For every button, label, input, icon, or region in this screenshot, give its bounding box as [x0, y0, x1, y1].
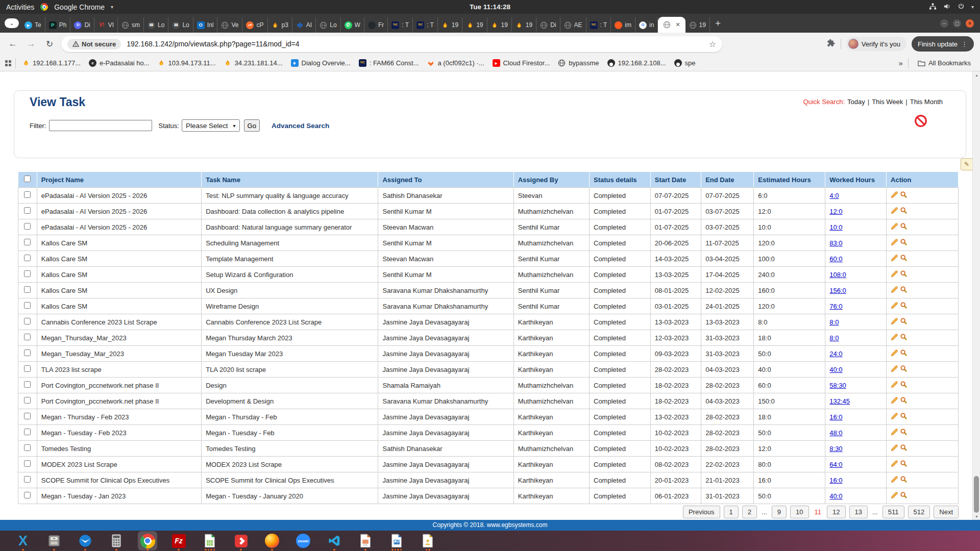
- quick-search-option[interactable]: Today: [847, 98, 865, 106]
- pagination-next-button[interactable]: Next: [934, 506, 959, 518]
- worked-hours-link[interactable]: 40:0: [829, 492, 842, 500]
- worked-hours-link[interactable]: 83:0: [829, 239, 842, 247]
- apps-grid-icon[interactable]: [5, 60, 11, 66]
- row-checkbox[interactable]: [24, 334, 31, 340]
- pagination-page-button[interactable]: 2: [742, 506, 757, 518]
- window-maximize-button[interactable]: ▢: [953, 19, 961, 28]
- edit-task-icon[interactable]: [891, 286, 898, 295]
- forward-button[interactable]: →: [24, 37, 38, 51]
- new-tab-button[interactable]: +: [710, 18, 726, 29]
- worked-hours-link[interactable]: 40:0: [829, 366, 842, 373]
- edit-task-icon[interactable]: [891, 333, 898, 342]
- url-text[interactable]: 192.168.1.242/pmo/viewtask.php?page=11&m…: [127, 40, 708, 48]
- profile-chip[interactable]: Verify it's you: [846, 37, 906, 51]
- tab[interactable]: 19: [438, 17, 462, 33]
- view-task-icon[interactable]: [900, 396, 908, 406]
- code-x-app-launcher[interactable]: X: [13, 531, 33, 550]
- row-checkbox[interactable]: [24, 444, 31, 451]
- scroll-down-arrow[interactable]: ▼: [973, 513, 980, 520]
- row-checkbox[interactable]: [24, 460, 31, 467]
- worked-hours-link[interactable]: 64:0: [829, 461, 842, 468]
- thunderbird-launcher[interactable]: [76, 531, 95, 550]
- row-checkbox[interactable]: [24, 302, 31, 309]
- view-task-icon[interactable]: [900, 460, 908, 469]
- status-select[interactable]: Please Select ▾: [182, 119, 240, 132]
- edit-task-icon[interactable]: [891, 428, 898, 437]
- tab[interactable]: Fr: [364, 17, 388, 33]
- bookmark-item[interactable]: TKC: FAM66 Const...: [355, 58, 423, 68]
- tab[interactable]: OInl: [193, 17, 218, 33]
- tab[interactable]: TKC: T: [388, 17, 413, 33]
- pagination-page-button[interactable]: 1: [724, 506, 739, 518]
- bookmark-item[interactable]: bypassme: [554, 58, 603, 68]
- worked-hours-link[interactable]: 108:0: [829, 271, 846, 279]
- row-checkbox[interactable]: [24, 239, 31, 245]
- zoom-launcher[interactable]: zoom: [293, 531, 313, 550]
- view-task-icon[interactable]: [900, 302, 908, 311]
- tab[interactable]: ✆W: [341, 17, 364, 33]
- bookmark-item[interactable]: ee-Padasalai ho...: [85, 58, 154, 68]
- filter-input[interactable]: [49, 120, 152, 131]
- view-task-icon[interactable]: [900, 444, 908, 453]
- view-task-icon[interactable]: [900, 365, 908, 374]
- edit-task-icon[interactable]: [891, 302, 898, 311]
- row-checkbox[interactable]: [24, 255, 31, 261]
- file-manager-launcher[interactable]: [44, 531, 64, 550]
- reload-button[interactable]: ↻: [43, 37, 56, 51]
- libreoffice-writer-launcher[interactable]: [387, 531, 406, 550]
- bookmark-item[interactable]: a (0cf092c1) ·...: [423, 58, 488, 68]
- pagination-page-button[interactable]: 10: [790, 506, 808, 518]
- view-task-icon[interactable]: [900, 349, 908, 358]
- pagination-page-button[interactable]: 512: [908, 506, 930, 518]
- tab[interactable]: 19: [685, 17, 710, 33]
- red-diamond-app-launcher[interactable]: [231, 531, 251, 550]
- worked-hours-link[interactable]: 8:30: [829, 445, 842, 453]
- tab[interactable]: DDi: [70, 17, 94, 33]
- edit-task-icon[interactable]: [891, 381, 898, 390]
- edit-task-icon[interactable]: [891, 270, 898, 279]
- tab[interactable]: Lo: [316, 17, 340, 33]
- libreoffice-draw-launcher[interactable]: [418, 531, 437, 550]
- row-checkbox[interactable]: [24, 207, 31, 214]
- kebab-menu-icon[interactable]: ⋮: [961, 40, 968, 48]
- view-task-icon[interactable]: [900, 207, 908, 216]
- filezilla-launcher[interactable]: Fz: [169, 531, 188, 550]
- worked-hours-link[interactable]: 60:0: [829, 255, 842, 263]
- tab[interactable]: AI: [292, 17, 316, 33]
- activities-button[interactable]: Activities: [6, 3, 34, 11]
- view-task-icon[interactable]: [900, 286, 908, 295]
- bookmark-item[interactable]: Dialog Overvie...: [287, 58, 355, 68]
- row-checkbox[interactable]: [24, 270, 31, 277]
- edit-task-icon[interactable]: [891, 444, 898, 453]
- row-checkbox[interactable]: [24, 397, 31, 404]
- pagination-page-button[interactable]: 13: [849, 506, 868, 518]
- view-task-icon[interactable]: [900, 270, 908, 279]
- scroll-up-arrow[interactable]: ▲: [973, 71, 980, 79]
- tab[interactable]: 19: [487, 17, 512, 33]
- view-task-icon[interactable]: [900, 381, 908, 390]
- window-minimize-button[interactable]: –: [940, 19, 948, 28]
- row-checkbox[interactable]: [24, 413, 31, 419]
- tab[interactable]: cPcP: [242, 17, 267, 33]
- app-menu-title[interactable]: Google Chrome: [54, 3, 105, 11]
- calculator-launcher[interactable]: [107, 531, 126, 550]
- worked-hours-link[interactable]: 58:30: [829, 382, 846, 389]
- notes-extension-icon[interactable]: ✎: [961, 158, 973, 170]
- view-task-icon[interactable]: [900, 317, 908, 327]
- address-bar[interactable]: Not secure 192.168.1.242/pmo/viewtask.ph…: [61, 36, 722, 52]
- pagination-page-button[interactable]: 12: [827, 506, 845, 518]
- view-task-icon[interactable]: [900, 428, 908, 437]
- select-all-checkbox[interactable]: [24, 176, 31, 182]
- edit-task-icon[interactable]: [891, 491, 898, 500]
- vscode-launcher[interactable]: [325, 531, 344, 550]
- firefox-launcher[interactable]: [262, 531, 282, 550]
- view-task-icon[interactable]: [900, 491, 908, 500]
- pagination-previous-button[interactable]: Previous: [683, 506, 720, 518]
- pagination-page-button[interactable]: 9: [772, 506, 787, 518]
- view-task-icon[interactable]: [900, 254, 908, 263]
- page-scrollbar[interactable]: ▲ ▼: [972, 71, 980, 520]
- pagination-page-button[interactable]: 511: [883, 506, 904, 518]
- window-close-button[interactable]: ✕: [966, 19, 974, 28]
- libreoffice-calc-launcher[interactable]: [200, 531, 219, 550]
- row-checkbox[interactable]: [24, 223, 31, 230]
